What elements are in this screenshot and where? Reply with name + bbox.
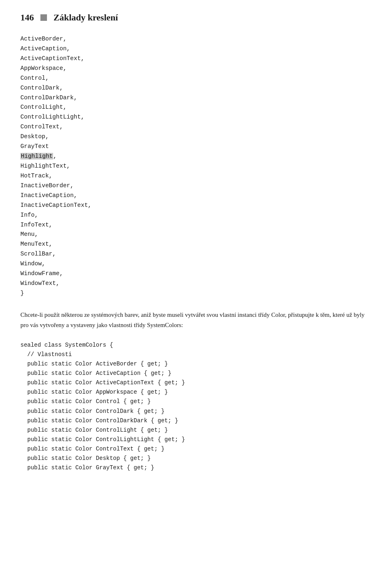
highlight-word: Highlight [20, 153, 53, 159]
code-line: ActiveBorder, ActiveCaption, ActiveCapti… [20, 36, 91, 296]
page-number: 146 [20, 12, 34, 23]
code-block-systemcolors: sealed class SystemColors { // Vlastnost… [20, 341, 372, 473]
page-header: 146 Základy kreslení [20, 12, 372, 23]
page-icon [40, 14, 47, 21]
page-title: Základy kreslení [53, 12, 118, 23]
code-list: ActiveBorder, ActiveCaption, ActiveCapti… [20, 34, 372, 298]
prose-paragraph: Chcete-li použít některou ze systémových… [20, 310, 372, 331]
